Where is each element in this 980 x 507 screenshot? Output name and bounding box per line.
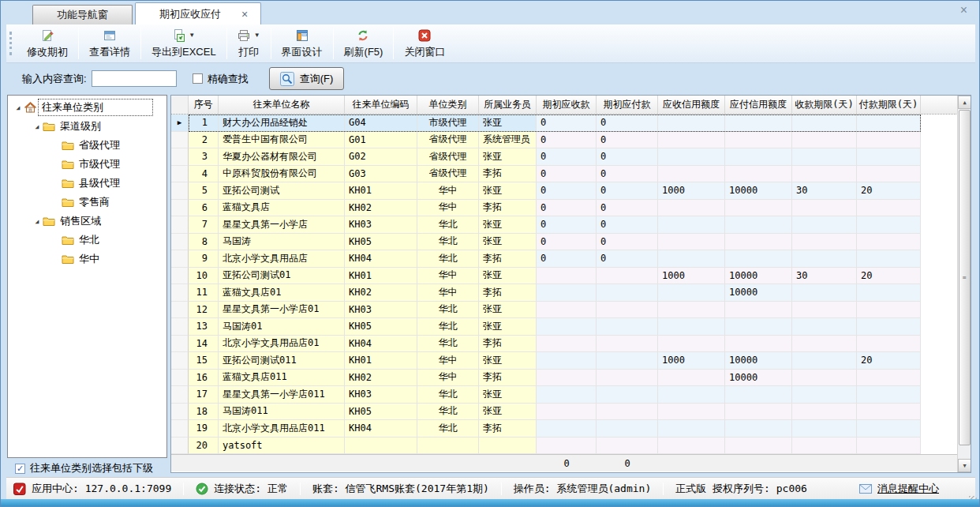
tree-item[interactable]: ◢渠道级别 xyxy=(8,117,166,136)
table-row[interactable]: 3华夏办公器材有限公司G02省级代理张亚00 xyxy=(171,148,971,166)
table-cell[interactable]: 张亚 xyxy=(479,404,537,421)
table-cell[interactable]: 省级代理 xyxy=(417,166,479,183)
row-indicator[interactable] xyxy=(171,420,189,438)
column-header[interactable]: 应付信用额度 xyxy=(725,96,792,114)
scroll-down-arrow-icon[interactable]: ▼ xyxy=(958,459,971,472)
table-cell[interactable] xyxy=(537,420,597,438)
table-cell[interactable] xyxy=(725,250,792,268)
table-cell[interactable] xyxy=(792,284,857,302)
table-cell[interactable]: 8 xyxy=(189,234,219,251)
close-tab-icon[interactable]: × xyxy=(241,9,248,20)
table-cell[interactable] xyxy=(857,336,921,353)
ui-design-button[interactable]: 界面设计 xyxy=(272,26,332,61)
table-cell[interactable]: 马国涛011 xyxy=(219,404,345,421)
table-cell[interactable]: 30 xyxy=(792,268,857,285)
query-button[interactable]: 查询(F) xyxy=(269,67,345,90)
table-cell[interactable]: 10000 xyxy=(725,352,792,370)
table-cell[interactable]: 2 xyxy=(189,132,219,149)
table-cell[interactable] xyxy=(792,250,857,268)
window-close-icon[interactable]: × xyxy=(960,4,967,17)
table-cell[interactable] xyxy=(857,302,921,319)
table-cell[interactable] xyxy=(658,250,725,268)
table-cell[interactable]: 爱普生中国有限公司 xyxy=(219,132,345,149)
table-cell[interactable]: 张亚 xyxy=(479,386,537,404)
table-cell[interactable] xyxy=(857,234,921,251)
table-cell[interactable] xyxy=(792,216,857,234)
table-cell[interactable]: 0 xyxy=(597,200,658,217)
table-cell[interactable]: 1000 xyxy=(658,182,725,200)
table-cell[interactable]: 华中 xyxy=(417,370,479,387)
table-cell[interactable] xyxy=(857,166,921,183)
table-cell[interactable]: 10000 xyxy=(725,370,792,387)
table-cell[interactable] xyxy=(857,370,921,387)
table-cell[interactable]: KH04 xyxy=(345,336,417,353)
table-cell[interactable]: 华北 xyxy=(417,318,479,336)
table-cell[interactable]: 6 xyxy=(189,200,219,217)
table-cell[interactable]: 0 xyxy=(597,115,658,132)
table-cell[interactable]: 北京小学文具用品店011 xyxy=(219,420,345,438)
table-cell[interactable] xyxy=(792,302,857,319)
table-cell[interactable] xyxy=(658,438,725,455)
table-cell[interactable]: 蓝猫文具店011 xyxy=(219,370,345,387)
table-cell[interactable] xyxy=(792,200,857,217)
column-header[interactable]: 期初应收款 xyxy=(537,96,597,114)
table-cell[interactable] xyxy=(658,216,725,234)
table-row[interactable]: 5亚拓公司测试KH01华中张亚001000100003020 xyxy=(171,182,971,200)
table-cell[interactable] xyxy=(479,438,537,455)
table-cell[interactable]: 0 xyxy=(537,182,597,200)
table-cell[interactable]: KH04 xyxy=(345,420,417,438)
table-cell[interactable]: 李拓 xyxy=(479,370,537,387)
table-cell[interactable]: 0 xyxy=(537,148,597,166)
column-header[interactable]: 收款期限(天) xyxy=(792,96,857,114)
table-cell[interactable]: 11 xyxy=(189,284,219,302)
table-cell[interactable]: 李拓 xyxy=(479,166,537,183)
column-header[interactable]: 所属业务员 xyxy=(479,96,537,114)
table-cell[interactable] xyxy=(597,386,658,404)
table-cell[interactable] xyxy=(658,420,725,438)
table-cell[interactable]: 20 xyxy=(857,182,921,200)
table-cell[interactable]: 10 xyxy=(189,268,219,285)
table-cell[interactable] xyxy=(537,438,597,455)
table-row[interactable]: 2爱普生中国有限公司G01省级代理系统管理员00 xyxy=(171,132,971,149)
row-indicator[interactable] xyxy=(171,302,189,319)
table-cell[interactable] xyxy=(792,318,857,336)
table-cell[interactable]: 华北 xyxy=(417,386,479,404)
tree-item[interactable]: 华北 xyxy=(8,231,166,250)
column-header[interactable]: 往来单位编码 xyxy=(345,96,417,114)
table-cell[interactable]: 华中 xyxy=(417,352,479,370)
row-indicator[interactable]: ▶ xyxy=(171,115,189,132)
table-cell[interactable]: 4 xyxy=(189,166,219,183)
table-cell[interactable]: 星星文具第一小学店011 xyxy=(219,386,345,404)
table-cell[interactable]: 7 xyxy=(189,216,219,234)
table-cell[interactable] xyxy=(597,370,658,387)
table-cell[interactable]: G02 xyxy=(345,148,417,166)
print-button[interactable]: ▼打印 xyxy=(228,26,270,61)
table-cell[interactable]: 华北 xyxy=(417,404,479,421)
table-cell[interactable]: 省级代理 xyxy=(417,148,479,166)
table-cell[interactable]: 北京小学文具用品店01 xyxy=(219,336,345,353)
table-row[interactable]: 15亚拓公司测试011KH01华中张亚10001000020 xyxy=(171,352,971,370)
table-cell[interactable]: 华中 xyxy=(417,284,479,302)
table-cell[interactable] xyxy=(658,115,725,132)
table-cell[interactable]: 19 xyxy=(189,420,219,438)
table-cell[interactable] xyxy=(597,352,658,370)
table-cell[interactable]: 1 xyxy=(189,115,219,132)
table-cell[interactable] xyxy=(792,336,857,353)
row-indicator[interactable] xyxy=(171,438,189,455)
table-cell[interactable]: 17 xyxy=(189,386,219,404)
tree-item[interactable]: 市级代理 xyxy=(8,155,166,174)
table-cell[interactable] xyxy=(857,250,921,268)
row-indicator[interactable] xyxy=(171,200,189,217)
table-row[interactable]: 13马国涛01KH05华北张亚 xyxy=(171,318,971,336)
table-row[interactable]: 8马国涛KH05华北张亚00 xyxy=(171,234,971,251)
table-cell[interactable] xyxy=(725,216,792,234)
tree-item[interactable]: 县级代理 xyxy=(8,174,166,193)
scroll-up-arrow-icon[interactable]: ▲ xyxy=(958,96,971,109)
table-cell[interactable] xyxy=(597,284,658,302)
row-indicator[interactable] xyxy=(171,352,189,370)
table-cell[interactable]: 0 xyxy=(597,234,658,251)
table-cell[interactable]: 10000 xyxy=(725,268,792,285)
expander-icon[interactable]: ◢ xyxy=(32,123,43,130)
table-cell[interactable]: 0 xyxy=(597,132,658,149)
table-cell[interactable]: 蓝猫文具店01 xyxy=(219,284,345,302)
